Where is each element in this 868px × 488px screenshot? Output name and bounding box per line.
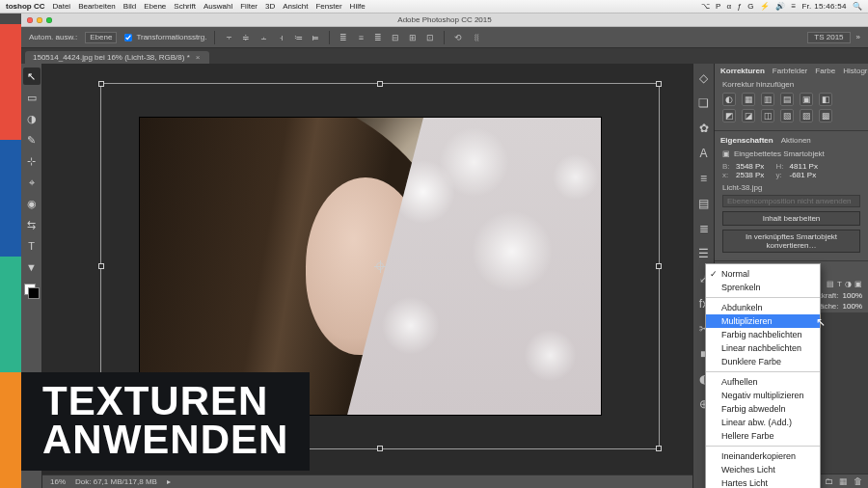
3d-icons[interactable]: ⟲⧛ — [452, 33, 481, 42]
workspace-switcher[interactable]: TS 2015 — [807, 32, 850, 43]
panel-icon[interactable]: ≡ — [695, 170, 713, 187]
distribute-icon[interactable]: ⊡ — [424, 33, 436, 42]
gradient-tool-icon[interactable]: ◉ — [23, 195, 41, 212]
blendmode-option[interactable]: Multiplizieren↖ — [706, 314, 820, 328]
menubar-icon[interactable]: G — [747, 2, 754, 11]
group-icon[interactable]: 🗀 — [825, 476, 833, 486]
menubar-clock[interactable]: Fr. 15:46:54 — [801, 2, 846, 11]
blendmode-option[interactable]: Sprenkeln — [706, 281, 820, 294]
menubar-icon[interactable]: ƒ — [738, 2, 743, 11]
layercomp-select[interactable] — [722, 195, 860, 207]
spotlight-icon[interactable]: 🔍 — [853, 2, 862, 11]
distribute-icon[interactable]: ⊞ — [407, 33, 419, 42]
transform-handle[interactable] — [377, 446, 383, 451]
3d-icon[interactable]: ⟲ — [452, 33, 464, 42]
type-tool-icon[interactable]: T — [23, 237, 41, 255]
transform-center-icon[interactable] — [376, 262, 384, 270]
blendmode-option[interactable]: Hellere Farbe — [706, 429, 820, 443]
fill-value[interactable]: 100% — [843, 302, 862, 311]
distribute-icon[interactable]: ≣ — [372, 33, 384, 42]
adjustment-icon[interactable]: ▣ — [800, 93, 813, 106]
brush-tool-icon[interactable]: ✎ — [23, 131, 41, 149]
new-layer-icon[interactable]: ▦ — [839, 476, 848, 486]
marquee-tool-icon[interactable]: ▭ — [23, 89, 41, 106]
adjustment-icon[interactable]: ▩ — [819, 109, 832, 122]
blendmode-option[interactable]: Farbig abwedeln — [706, 402, 820, 416]
app-menus[interactable]: toshop CC Datei Bearbeiten Bild Ebene Sc… — [6, 2, 366, 11]
move-tool-icon[interactable]: ↖ — [23, 68, 41, 85]
transform-handle[interactable] — [656, 81, 662, 87]
window-titlebar[interactable]: Adobe Photoshop CC 2015 — [21, 14, 868, 27]
panel-tab[interactable]: Aktionen — [781, 136, 811, 145]
distribute-icons[interactable]: ≣≡≣ ⊟⊞⊡ — [338, 33, 436, 42]
crop-tool-icon[interactable]: ⊹ — [23, 152, 41, 170]
panel-icon[interactable]: ❏ — [695, 95, 713, 112]
menu-item[interactable]: Bild — [123, 2, 136, 11]
document-tab[interactable]: 150514_4424.jpg bei 16% (Licht-38, RGB/8… — [25, 51, 209, 64]
transform-handle[interactable] — [98, 81, 104, 87]
menubar-icon[interactable]: P — [716, 2, 721, 11]
zoom-icon[interactable] — [46, 17, 52, 23]
panel-icon[interactable]: A — [695, 145, 713, 162]
distribute-icon[interactable]: ≡ — [355, 33, 366, 42]
transform-handle[interactable] — [98, 263, 104, 269]
opacity-value[interactable]: 100% — [843, 291, 862, 300]
menubar-icon[interactable]: ⚡ — [760, 2, 770, 11]
align-icon[interactable]: ⫢ — [310, 33, 321, 42]
menubar-icon[interactable]: ≡ — [791, 2, 796, 11]
align-icon[interactable]: ⫟ — [223, 33, 234, 42]
panel-icon[interactable]: ▤ — [695, 195, 713, 212]
menubar-icon[interactable]: α — [727, 2, 732, 11]
menu-item[interactable]: Auswahl — [203, 2, 232, 11]
menu-item[interactable]: 3D — [265, 2, 275, 11]
blendmode-option[interactable]: Weiches Licht — [706, 463, 820, 476]
transform-handle[interactable] — [377, 81, 383, 87]
swatches-icon[interactable] — [24, 284, 40, 299]
blendmode-option[interactable]: Dunklere Farbe — [706, 355, 820, 368]
menu-item[interactable]: Ebene — [144, 2, 166, 11]
layer-filter-icon[interactable]: ◑ — [845, 280, 852, 288]
menu-item[interactable]: Filter — [240, 2, 258, 11]
transform-handle[interactable] — [656, 263, 662, 269]
autoselect-dropdown[interactable]: Ebene — [85, 32, 117, 43]
adjustment-icon[interactable]: ▥ — [761, 93, 774, 106]
search-icon[interactable]: » — [856, 33, 860, 41]
more-tools-icon[interactable]: ▼ — [23, 258, 41, 276]
menu-item[interactable]: Fenster — [315, 2, 341, 11]
layer-filter-icon[interactable]: ▣ — [854, 280, 862, 288]
distribute-icon[interactable]: ⊟ — [390, 33, 401, 42]
adjustment-icons[interactable]: ◐▦▥▤▣◧ — [722, 93, 860, 106]
blendmode-option[interactable]: Hartes Licht — [706, 476, 820, 488]
layer-filter-icon[interactable]: T — [837, 280, 842, 288]
adjustment-icons[interactable]: ◩◪◫▧▨▩ — [722, 109, 860, 122]
blendmode-option[interactable]: Negativ multiplizieren — [706, 389, 820, 402]
menubar-icon[interactable]: ⌥ — [701, 2, 710, 11]
minimize-icon[interactable] — [37, 17, 42, 23]
adjustment-icon[interactable]: ▧ — [780, 109, 794, 122]
blendmode-option[interactable]: Normal — [706, 267, 820, 281]
transform-checkbox[interactable] — [124, 34, 132, 41]
close-tab-icon[interactable]: × — [196, 53, 201, 62]
panel-icon[interactable]: ◇ — [695, 69, 713, 87]
panel-icon[interactable]: ☰ — [695, 245, 713, 262]
align-icon[interactable]: ⫞ — [275, 33, 286, 42]
adjustment-icon[interactable]: ▤ — [780, 93, 794, 106]
blendmode-menu[interactable]: NormalSprenkelnAbdunkelnMultiplizieren↖F… — [705, 263, 821, 488]
blendmode-option[interactable]: Linear nachbelichten — [706, 341, 820, 355]
blendmode-option[interactable]: Abdunkeln — [706, 301, 820, 314]
align-icons[interactable]: ⫟≑⫠ ⫞≔⫢ — [223, 33, 321, 42]
panel-icon[interactable]: ≣ — [695, 220, 713, 237]
eyedropper-tool-icon[interactable]: ⌖ — [23, 174, 41, 191]
transform-handle[interactable] — [656, 446, 662, 451]
edit-contents-button[interactable]: Inhalt bearbeiten — [722, 211, 860, 226]
adjustment-icon[interactable]: ◐ — [722, 93, 736, 106]
statusbar-arrow-icon[interactable]: ▸ — [167, 477, 171, 486]
adjustment-icon[interactable]: ▦ — [742, 93, 755, 106]
menu-item[interactable]: Datei — [52, 2, 70, 11]
blendmode-option[interactable]: Linear abw. (Add.) — [706, 416, 820, 429]
blendmode-option[interactable]: Farbig nachbelichten — [706, 328, 820, 341]
close-icon[interactable] — [27, 17, 33, 23]
menu-item[interactable]: Hilfe — [350, 2, 366, 11]
lasso-tool-icon[interactable]: ◑ — [23, 110, 41, 127]
align-icon[interactable]: ⫠ — [258, 33, 269, 42]
